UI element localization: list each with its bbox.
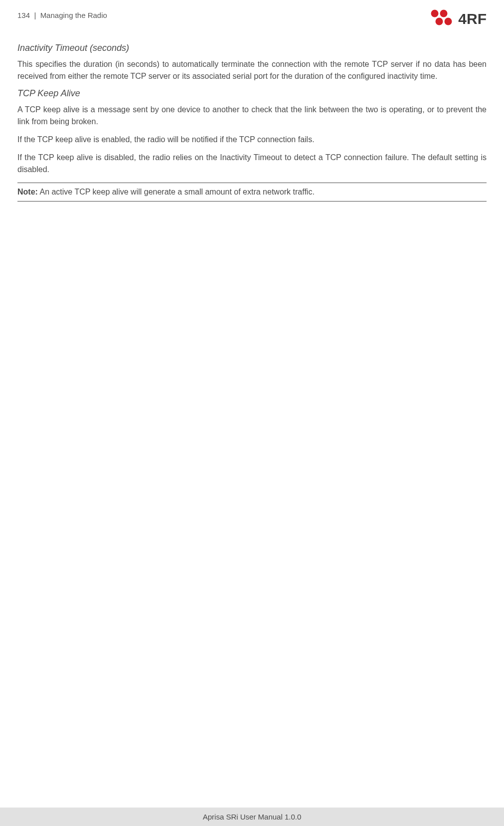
- footer-text: Aprisa SRi User Manual 1.0.0: [203, 813, 302, 821]
- svg-point-2: [436, 18, 443, 25]
- note: Note: An active TCP keep alive will gene…: [17, 186, 487, 198]
- logo-text: 4RF: [458, 10, 487, 27]
- main-content: Inactivity Timeout (seconds) This specif…: [0, 29, 504, 202]
- section-heading-2: TCP Keep Alive: [17, 88, 487, 99]
- page-header: 134 | Managing the Radio 4RF: [0, 0, 504, 29]
- note-body: An active TCP keep alive will generate a…: [39, 188, 314, 196]
- paragraph: If the TCP keep alive is enabled, the ra…: [17, 134, 487, 146]
- divider-bottom: [17, 201, 487, 202]
- separator: |: [34, 11, 36, 19]
- paragraph: If the TCP keep alive is disabled, the r…: [17, 152, 487, 176]
- svg-point-3: [445, 18, 452, 25]
- page-number: 134: [17, 11, 30, 19]
- section-heading-1: Inactivity Timeout (seconds): [17, 43, 487, 53]
- header-text: 134 | Managing the Radio: [17, 9, 107, 19]
- divider-top: [17, 183, 487, 183]
- note-label: Note:: [17, 188, 38, 196]
- logo: 4RF: [430, 9, 487, 29]
- logo-dots-icon: [430, 9, 453, 29]
- section-title: Managing the Radio: [40, 11, 107, 19]
- svg-point-0: [431, 10, 439, 17]
- svg-point-1: [440, 10, 448, 17]
- page-footer: Aprisa SRi User Manual 1.0.0: [0, 808, 504, 826]
- paragraph: This specifies the duration (in seconds)…: [17, 58, 487, 82]
- paragraph: A TCP keep alive is a message sent by on…: [17, 104, 487, 128]
